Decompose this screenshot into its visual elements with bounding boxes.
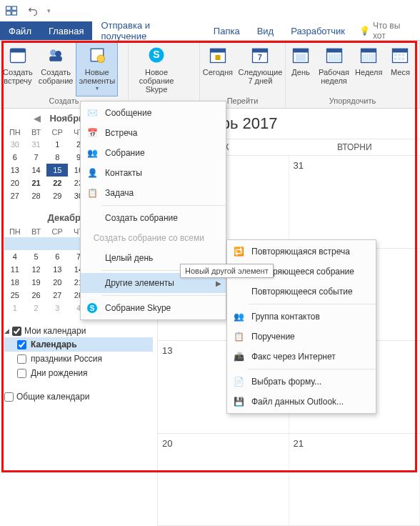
work-week-button[interactable]: Рабочая неделя	[316, 41, 352, 96]
today-button[interactable]: Сегодня	[200, 41, 236, 96]
minical-day[interactable]: 14	[26, 164, 47, 177]
calendar-item[interactable]: Календарь	[4, 337, 153, 352]
minical-day[interactable]: 3	[46, 302, 68, 314]
tab-file[interactable]: Файл	[0, 21, 40, 40]
minical-day[interactable]: 15	[46, 164, 68, 177]
minical-day[interactable]: 18	[4, 276, 26, 289]
minical-day[interactable]: 19	[26, 276, 47, 289]
submenu-assignment[interactable]: 📋Поручение	[227, 327, 376, 347]
minical-day[interactable]: 1	[46, 138, 68, 151]
submenu-fax[interactable]: 📠Факс через Интернет	[227, 347, 376, 367]
minical-day[interactable]: 1	[4, 302, 26, 314]
recurring-meeting-icon: 🔁	[231, 244, 246, 259]
chevron-down-icon: ▾	[96, 85, 99, 91]
minical-day[interactable]: 13	[4, 164, 26, 177]
submenu-arrow-icon: ▶	[216, 279, 221, 287]
calendar-checkbox[interactable]	[17, 340, 26, 349]
minical-day[interactable]: 6	[4, 151, 26, 164]
day-cell[interactable]: 20	[158, 434, 289, 526]
minical-day[interactable]: 26	[26, 289, 47, 302]
undo-icon[interactable]	[26, 4, 40, 18]
menu-contacts[interactable]: 👤Контакты	[81, 163, 226, 183]
menu-gathering[interactable]: 👥Собрание	[81, 143, 226, 163]
minical-day[interactable]: 2	[26, 302, 47, 314]
month-view-button[interactable]: Меся	[385, 41, 415, 96]
holidays-item[interactable]: праздники Россия	[4, 352, 153, 366]
qat-dropdown-icon[interactable]: ▾	[47, 7, 51, 14]
menu-meeting[interactable]: 📅Встреча	[81, 123, 226, 143]
calendar-module-icon[interactable]	[4, 4, 19, 18]
minical-day[interactable]: 29	[46, 189, 68, 202]
minical-day[interactable]: 13	[46, 263, 68, 276]
menu-skype[interactable]: SСобрание Skype	[81, 298, 226, 318]
minical-day[interactable]: 31	[26, 138, 47, 151]
week-view-button[interactable]: Неделя	[352, 41, 385, 96]
submenu-choose-form[interactable]: 📄Выбрать форму...	[227, 372, 376, 392]
mail-icon: ✉️	[85, 106, 99, 120]
group-icon: 👥	[231, 309, 246, 324]
new-meeting-button[interactable]: Создать собрание	[36, 41, 76, 96]
my-calendars-checkbox[interactable]	[12, 327, 21, 336]
submenu-recurring-event[interactable]: Повторяющееся событие	[227, 282, 376, 302]
menu-message[interactable]: ✉️Сообщение	[81, 103, 226, 123]
svg-rect-41	[402, 54, 405, 56]
new-appointment-button[interactable]: Создать встречу	[0, 41, 36, 96]
minical-day[interactable]: 12	[26, 263, 47, 276]
tab-folder[interactable]: Папка	[205, 21, 249, 40]
birthdays-checkbox[interactable]	[17, 369, 26, 378]
svg-rect-17	[253, 49, 268, 52]
menu-create-gathering[interactable]: Создать собрание	[81, 208, 226, 228]
new-skype-meeting-button[interactable]: S Новое собрание Skype	[129, 41, 184, 96]
tab-home[interactable]: Главная	[40, 21, 92, 40]
shared-calendars-group[interactable]: Общие календари	[4, 390, 153, 403]
holidays-checkbox[interactable]	[17, 354, 26, 364]
svg-text:7: 7	[258, 53, 262, 61]
minical-day[interactable]: 25	[4, 289, 26, 302]
minical-day[interactable]: 6	[46, 250, 68, 263]
minical-day[interactable]: 8	[46, 151, 68, 164]
tab-developer[interactable]: Разработчик	[282, 21, 354, 40]
submenu-contact-group[interactable]: 👥Группа контактов	[227, 307, 376, 327]
minical-day[interactable]: 28	[26, 189, 47, 202]
day-view-button[interactable]: День	[286, 41, 316, 96]
menu-task[interactable]: 📋Задача	[81, 183, 226, 203]
minical-day[interactable]: 7	[26, 151, 47, 164]
new-items-button[interactable]: Новые элементы ▾	[76, 41, 118, 96]
my-calendars-group[interactable]: ◢ Мои календари	[4, 324, 153, 337]
workweek-icon	[323, 44, 346, 66]
minical-day[interactable]: 27	[46, 289, 68, 302]
svg-point-10	[97, 55, 105, 63]
ribbon-group-arrange-caption: Упорядочить	[286, 96, 419, 108]
birthdays-item[interactable]: Дни рождения	[4, 366, 153, 380]
minical-day[interactable]: 27	[4, 189, 26, 202]
day-cell[interactable]: 31	[289, 156, 421, 248]
minical-day[interactable]	[46, 237, 68, 250]
minical-day[interactable]: 21	[26, 177, 47, 189]
minical-day[interactable]	[4, 237, 26, 250]
minical-day[interactable]	[26, 237, 47, 250]
new-items-icon	[86, 44, 109, 66]
shared-checkbox[interactable]	[4, 392, 14, 402]
day-cell[interactable]: 21	[289, 434, 421, 526]
minical-day[interactable]: 30	[4, 138, 26, 151]
minical-day[interactable]: 5	[26, 250, 47, 263]
svg-rect-3	[12, 11, 17, 15]
svg-rect-25	[331, 54, 333, 61]
next-7-days-button[interactable]: 7 Следующие 7 дней	[236, 41, 285, 96]
minical-day[interactable]: 22	[46, 177, 68, 189]
minical-day[interactable]: 11	[4, 263, 26, 276]
tell-me[interactable]: 💡 Что вы хот	[354, 21, 420, 40]
minical-day[interactable]: 20	[4, 177, 26, 189]
menu-separator	[249, 304, 376, 304]
submenu-recurring-meeting[interactable]: 🔁Повторяющаяся встреча	[227, 242, 376, 262]
submenu-outlook-data[interactable]: 💾Файл данных Outlook...	[227, 392, 376, 412]
calendar-icon: 📅	[85, 126, 99, 140]
prev-month-icon[interactable]: ◀	[31, 113, 44, 124]
tab-view[interactable]: Вид	[249, 21, 283, 40]
minical-day[interactable]: 20	[46, 276, 68, 289]
minical-day[interactable]: 4	[4, 250, 26, 263]
svg-text:S: S	[153, 49, 159, 60]
menu-separator	[102, 205, 226, 206]
tab-send-receive[interactable]: Отправка и получение	[92, 21, 204, 40]
svg-rect-36	[374, 54, 375, 61]
